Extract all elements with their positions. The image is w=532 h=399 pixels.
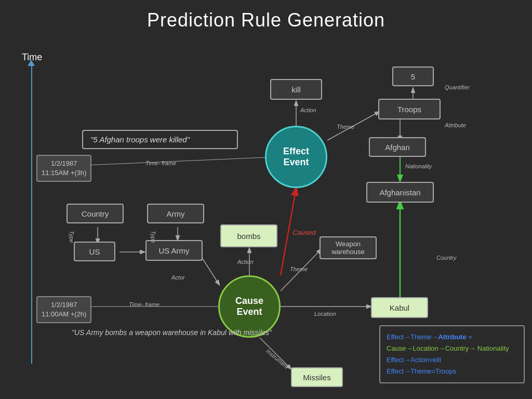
label-nationality: Nationality bbox=[405, 163, 432, 169]
kabul-box: Kabul bbox=[371, 297, 428, 318]
legend-box: Effect→Theme→Attribute = Cause→Location→… bbox=[379, 325, 525, 383]
missiles-box: Missiles bbox=[291, 367, 343, 387]
legend-line2: Cause→Location→Country→ Nationality bbox=[387, 343, 517, 354]
label-actor: Actor bbox=[171, 274, 185, 281]
effect-event-circle: Effect Event bbox=[265, 126, 327, 188]
label-type-country: Type bbox=[69, 231, 75, 243]
svg-line-11 bbox=[203, 259, 219, 285]
quote2-box: "US Army bombs a weapon warehouse in Kab… bbox=[72, 328, 272, 337]
quantifier-box: 5 bbox=[392, 66, 434, 86]
timestamp2-box: 1/2/1987 11:00AM +(2h) bbox=[36, 296, 91, 323]
army-box: Army bbox=[147, 204, 204, 223]
legend-line1: Effect→Theme→Attribute = bbox=[387, 331, 517, 343]
label-theme-cause: Theme bbox=[290, 266, 308, 272]
label-theme-effect: Theme bbox=[337, 124, 354, 130]
label-timeframe2: Time- frame bbox=[129, 301, 159, 308]
us-army-box: US Army bbox=[145, 240, 203, 261]
bombs-box: bombs bbox=[220, 224, 277, 247]
label-action-effect: Action bbox=[300, 107, 316, 113]
afghan-box: Afghan bbox=[369, 137, 426, 157]
weapon-warehouse-box: Weapon warehouse bbox=[320, 236, 377, 259]
legend-line3: Effect→Action=kill bbox=[387, 354, 517, 366]
label-caused: Caused bbox=[292, 229, 316, 236]
label-action-cause: Action bbox=[237, 259, 254, 265]
label-timeframe1: Time- frame bbox=[145, 160, 176, 166]
timestamp1-box: 1/2/1987 11:15AM +(3h) bbox=[36, 155, 91, 182]
page-title: Prediction Rule Generation bbox=[0, 0, 532, 31]
us-box: US bbox=[74, 242, 115, 261]
time-axis bbox=[31, 62, 32, 364]
label-instrument: Instrument bbox=[265, 348, 290, 370]
country-box: Country bbox=[66, 204, 124, 223]
label-country: Country bbox=[436, 255, 457, 261]
afghanistan-box: Afghanistan bbox=[366, 182, 434, 203]
label-quantifier: Quantifier bbox=[445, 84, 470, 90]
kill-box: kill bbox=[270, 79, 322, 100]
label-attribute: Attribute bbox=[445, 122, 466, 128]
quote1-box: "5 Afghan troops were killed" bbox=[82, 130, 238, 149]
troops-box: Troops bbox=[378, 99, 441, 119]
label-location: Location bbox=[314, 311, 336, 317]
legend-line4: Effect→Theme=Troops bbox=[387, 366, 517, 377]
label-type-army: Type bbox=[150, 231, 156, 243]
